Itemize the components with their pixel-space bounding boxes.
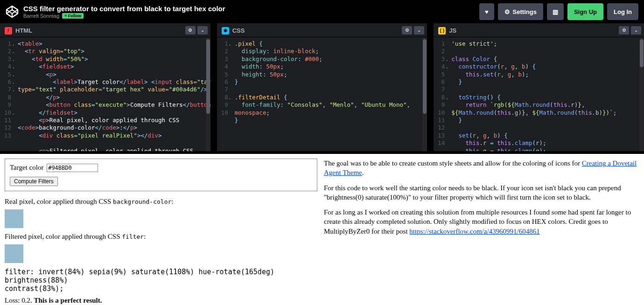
gear-icon: ⚙: [504, 8, 510, 15]
preview-right: The goal was to be able to create custom…: [322, 154, 644, 305]
loss-line: Loss: 0.2. This is a perfect result.: [5, 297, 317, 305]
editor-html-header: / HTML ⚙ ⌄: [0, 23, 210, 37]
pen-title: CSS filter generator to convert from bla…: [23, 5, 479, 13]
editor-html-tab[interactable]: / HTML: [0, 24, 37, 37]
desc-p3: For as long as I worked on creating this…: [324, 208, 638, 236]
desc-p1a: The goal was to be able to create custom…: [324, 159, 582, 167]
layout-icon: ▥: [553, 8, 558, 15]
stackoverflow-link[interactable]: https://stackoverflow.com/a/43960991/604…: [409, 228, 539, 235]
editor-css-gutter: 12345678910: [217, 37, 231, 151]
editor-js-body[interactable]: 1234567891011121314 'use strict'; class …: [434, 37, 644, 151]
editor-css-code[interactable]: .pixel { display: inline-block; backgrou…: [231, 37, 427, 151]
chevron-down-icon: ⌄: [634, 28, 638, 33]
loss-value: Loss: 0.2.: [5, 297, 34, 304]
target-fieldset: Target color Compute Filters: [5, 159, 317, 191]
topbar-actions: ♥ ⚙Settings ▥ Sign Up Log In: [479, 3, 638, 20]
editor-html-settings-button[interactable]: ⚙: [185, 26, 196, 35]
gear-icon: ⚙: [188, 28, 192, 33]
bg-color-code: background-color: [113, 198, 171, 205]
editor-css: ✱ CSS ⚙ ⌄ 12345678910 .pixel { display: …: [217, 23, 427, 151]
author-name[interactable]: Barrett Sonntag: [23, 13, 59, 19]
html-badge-icon: /: [5, 27, 12, 35]
editor-css-label: CSS: [232, 27, 245, 34]
editor-css-chevron-button[interactable]: ⌄: [414, 26, 424, 35]
desc-p1b: .: [362, 169, 364, 176]
chevron-down-icon: ⌄: [201, 28, 204, 33]
editor-js-scrollbar[interactable]: [639, 37, 644, 151]
target-color-input[interactable]: [47, 164, 98, 172]
editor-js-gutter: 1234567891011121314: [434, 37, 448, 151]
editor-js: ( ) JS ⚙ ⌄ 1234567891011121314 'use stri…: [434, 23, 644, 151]
preview-left: Target color Compute Filters Real pixel,…: [0, 154, 322, 305]
editor-html: / HTML ⚙ ⌄ 12345678910111213 <table> <tr…: [0, 23, 210, 151]
editor-js-header: ( ) JS ⚙ ⌄: [434, 23, 644, 37]
filtered-pixel-text: Filtered pixel, color applied through CS…: [5, 233, 122, 240]
follow-button[interactable]: + Follow: [62, 13, 84, 19]
editor-js-label: JS: [449, 27, 456, 34]
editor-html-body[interactable]: 12345678910111213 <table> <tr valign="to…: [0, 37, 210, 151]
editor-css-header: ✱ CSS ⚙ ⌄: [217, 23, 427, 37]
settings-button[interactable]: ⚙Settings: [498, 3, 543, 20]
codepen-logo-icon: [6, 5, 19, 18]
compute-filters-button[interactable]: Compute Filters: [10, 177, 58, 186]
signup-button[interactable]: Sign Up: [567, 3, 603, 20]
gear-icon: ⚙: [622, 28, 626, 33]
editor-html-code[interactable]: <table> <tr valign="top"> <td width="50%…: [14, 37, 210, 151]
real-pixel-swatch: [5, 209, 23, 228]
editor-js-chevron-button[interactable]: ⌄: [631, 26, 641, 35]
filter-output: filter: invert(84%) sepia(9%) saturate(1…: [5, 268, 317, 293]
preview-pane: Target color Compute Filters Real pixel,…: [0, 154, 644, 305]
scrollbar-thumb[interactable]: [423, 39, 427, 114]
real-pixel-text: Real pixel, color applied through CSS: [5, 198, 113, 205]
editor-html-scrollbar[interactable]: [206, 37, 210, 151]
editor-js-code[interactable]: 'use strict'; class Color { constructor(…: [448, 37, 644, 151]
real-pixel-caption: Real pixel, color applied through CSS ba…: [5, 198, 317, 206]
settings-label: Settings: [513, 8, 537, 15]
heart-button[interactable]: ♥: [479, 3, 494, 20]
filtered-pixel-swatch: [5, 244, 23, 263]
editors-row: / HTML ⚙ ⌄ 12345678910111213 <table> <tr…: [0, 23, 644, 154]
desc-p1: The goal was to be able to create custom…: [324, 159, 638, 178]
chevron-down-icon: ⌄: [417, 28, 421, 33]
editor-css-body[interactable]: 12345678910 .pixel { display: inline-blo…: [217, 37, 427, 151]
login-button[interactable]: Log In: [607, 3, 638, 20]
editor-html-gutter: 12345678910111213: [0, 37, 14, 151]
title-block: CSS filter generator to convert from bla…: [23, 5, 479, 19]
editor-css-tab[interactable]: ✱ CSS: [217, 24, 250, 37]
gear-icon: ⚙: [405, 28, 409, 33]
target-color-label: Target color: [10, 164, 43, 171]
layout-button[interactable]: ▥: [547, 3, 564, 20]
filtered-pixel-caption: Filtered pixel, color applied through CS…: [5, 233, 317, 241]
editor-css-settings-button[interactable]: ⚙: [402, 26, 412, 35]
heart-icon: ♥: [485, 8, 489, 15]
js-badge-icon: ( ): [438, 27, 446, 35]
desc-p2: For this code to work well the starting …: [324, 183, 638, 202]
editor-html-label: HTML: [15, 27, 32, 34]
top-bar: CSS filter generator to convert from bla…: [0, 0, 644, 23]
editor-css-scrollbar[interactable]: [422, 37, 427, 151]
editor-html-chevron-button[interactable]: ⌄: [197, 26, 208, 35]
editor-js-tab[interactable]: ( ) JS: [434, 24, 461, 37]
scrollbar-thumb[interactable]: [640, 39, 644, 67]
filter-code: filter: [122, 233, 144, 240]
editor-js-settings-button[interactable]: ⚙: [619, 26, 629, 35]
scrollbar-thumb[interactable]: [206, 39, 210, 114]
loss-message: This is a perfect result.: [34, 297, 102, 304]
css-badge-icon: ✱: [222, 27, 229, 35]
